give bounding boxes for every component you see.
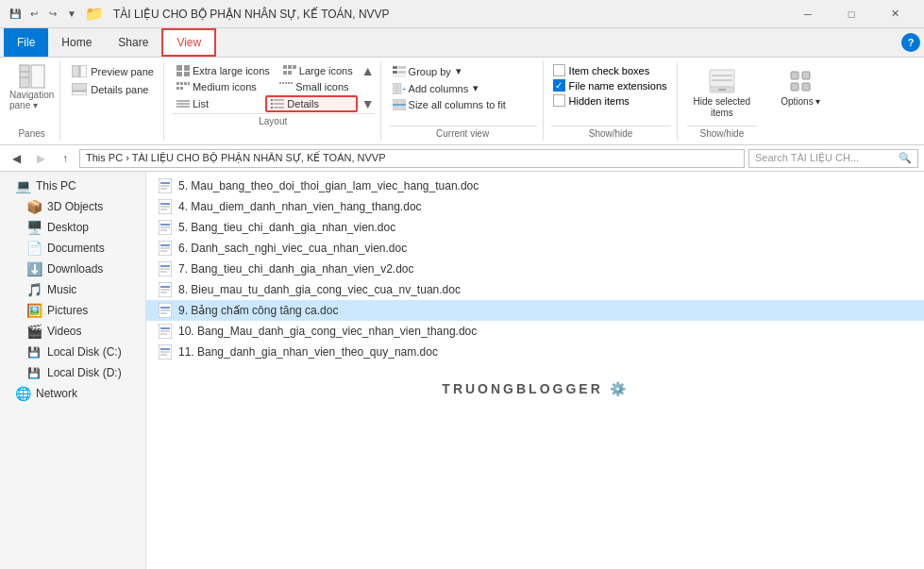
file-name-5: 7. Bang_tieu_chi_danh_gia_nhan_vien_v2.d… — [178, 262, 414, 276]
svg-rect-19 — [184, 82, 187, 85]
tab-share[interactable]: Share — [105, 28, 161, 57]
svg-rect-42 — [393, 83, 396, 94]
size-columns-button[interactable]: Size all columns to fit — [389, 97, 537, 112]
search-box[interactable]: Search TÀI LIỆU CH... 🔍 — [748, 149, 918, 168]
extra-large-icons-button[interactable]: Extra large icons — [172, 63, 275, 78]
local-d-label: Local Disk (D:) — [47, 366, 122, 379]
sidebar-item-downloads[interactable]: ⬇️ Downloads — [0, 259, 145, 279]
tab-view[interactable]: View — [161, 28, 216, 57]
hide-selected-button[interactable]: Hide selected items — [687, 63, 758, 124]
showhide-label2: Show/hide — [687, 126, 758, 139]
svg-rect-57 — [802, 83, 810, 91]
help-icon[interactable]: ? — [901, 33, 920, 52]
svg-rect-15 — [283, 71, 287, 75]
sidebar-item-local-c[interactable]: 💾 Local Disk (C:) — [0, 342, 145, 362]
documents-label: Documents — [47, 242, 105, 255]
options-button[interactable]: Options ▾ — [774, 63, 826, 111]
layout-scroll-up[interactable]: ▲ — [361, 63, 375, 78]
tab-home[interactable]: Home — [48, 28, 105, 57]
medium-icons-button[interactable]: Medium icons — [172, 79, 271, 94]
close-button[interactable]: ✕ — [873, 0, 916, 28]
item-checkboxes-checkbox[interactable] — [553, 64, 565, 76]
maximize-button[interactable]: □ — [830, 0, 873, 28]
file-item[interactable]: 10. Bang_Mau_danh_gia_cong_viec_nhan_vie… — [146, 321, 924, 342]
dropdown-arrow-icon[interactable]: ▼ — [64, 7, 79, 22]
3d-objects-icon: 📦 — [26, 199, 42, 214]
window-title: TÀI LIỆU CHO BỘ PHẬN NHÂN SỰ, KẾ TOÁN, N… — [113, 8, 781, 21]
svg-rect-4 — [72, 65, 79, 77]
file-item-selected[interactable]: 9. Bảng chấm công tăng ca.doc — [146, 300, 924, 321]
small-icons-button[interactable]: Small icons — [275, 79, 374, 94]
desktop-icon: 🖥️ — [26, 220, 42, 235]
svg-rect-38 — [398, 66, 406, 69]
hide-selected-icon — [708, 68, 736, 94]
watermark-emoji: ⚙️ — [610, 381, 629, 396]
redo-icon[interactable]: ↪ — [45, 7, 60, 22]
search-placeholder: Search TÀI LIỆU CH... — [755, 152, 859, 164]
local-c-icon: 💾 — [26, 344, 42, 360]
svg-rect-56 — [791, 83, 798, 91]
svg-rect-39 — [393, 71, 397, 74]
sidebar-item-videos[interactable]: 🎬 Videos — [0, 321, 145, 342]
file-extensions-checkbox[interactable]: ✓ — [553, 79, 565, 92]
sidebar-item-music[interactable]: 🎵 Music — [0, 279, 145, 300]
large-icons-button[interactable]: Large icons — [278, 63, 358, 78]
svg-rect-27 — [291, 82, 293, 84]
doc-icon-3 — [158, 220, 173, 235]
item-checkboxes-item[interactable]: Item check boxes — [551, 63, 671, 77]
search-icon: 🔍 — [899, 152, 912, 164]
tab-file[interactable]: File — [4, 28, 48, 57]
file-item[interactable]: 4. Mau_diem_danh_nhan_vien_hang_thang.do… — [146, 196, 924, 217]
file-item[interactable]: 11. Bang_danh_gia_nhan_vien_theo_quy_nam… — [146, 342, 924, 362]
network-icon: 🌐 — [15, 386, 30, 401]
svg-rect-18 — [180, 82, 183, 85]
sidebar-item-network[interactable]: 🌐 Network — [0, 383, 145, 404]
navigation-pane-button[interactable]: Navigationpane ▾ — [9, 63, 54, 110]
sidebar-item-pictures[interactable]: 🖼️ Pictures — [0, 300, 145, 321]
preview-pane-button[interactable]: Preview pane — [68, 63, 158, 79]
layout-group-label: Layout — [172, 113, 375, 126]
doc-icon-8 — [158, 324, 173, 339]
forward-button[interactable]: ▶ — [30, 148, 51, 169]
sidebar-item-desktop[interactable]: 🖥️ Desktop — [0, 217, 145, 238]
details-button[interactable]: Details — [265, 95, 357, 112]
up-button[interactable]: ↑ — [55, 148, 76, 169]
main-area: 💻 This PC 📦 3D Objects 🖥️ Desktop 📄 Docu… — [0, 172, 924, 569]
sidebar-item-local-d[interactable]: 💾 Local Disk (D:) — [0, 362, 145, 383]
file-item[interactable]: 6. Danh_sach_nghi_viec_cua_nhan_vien.doc — [146, 238, 924, 259]
list-button[interactable]: List — [172, 95, 261, 112]
svg-rect-25 — [285, 82, 287, 84]
sidebar-item-3d-objects[interactable]: 📦 3D Objects — [0, 196, 145, 217]
file-item[interactable]: 5. Mau_bang_theo_doi_thoi_gian_lam_viec_… — [146, 176, 924, 196]
file-name-2: 4. Mau_diem_danh_nhan_vien_hang_thang.do… — [178, 200, 422, 213]
svg-rect-41 — [393, 75, 406, 77]
file-extensions-item[interactable]: ✓ File name extensions — [551, 78, 671, 92]
svg-rect-7 — [72, 92, 87, 95]
hide-selected-label: Hide selected items — [694, 96, 751, 119]
item-checkboxes-label: Item check boxes — [569, 65, 650, 76]
sidebar-item-documents[interactable]: 📄 Documents — [0, 238, 145, 259]
desktop-label: Desktop — [47, 221, 89, 234]
layout-scroll-down[interactable]: ▼ — [361, 95, 375, 112]
save-icon[interactable]: 💾 — [8, 7, 23, 22]
add-columns-label: Add columns — [409, 83, 469, 94]
svg-rect-1 — [31, 65, 44, 88]
svg-rect-32 — [274, 99, 284, 101]
file-item[interactable]: 7. Bang_tieu_chi_danh_gia_nhan_vien_v2.d… — [146, 259, 924, 279]
minimize-button[interactable]: ─ — [786, 0, 830, 28]
file-item[interactable]: 5. Bang_tieu_chi_danh_gia_nhan_vien.doc — [146, 217, 924, 238]
hidden-items-item[interactable]: Hidden items — [551, 93, 671, 108]
layout-group: Extra large icons Large icons ▲ Medium i… — [166, 61, 381, 141]
back-button[interactable]: ◀ — [6, 148, 26, 169]
group-by-button[interactable]: Group by ▾ — [389, 63, 537, 79]
add-columns-button[interactable]: + Add columns ▾ — [389, 80, 537, 96]
layout-row-2: Medium icons Small icons — [172, 79, 375, 94]
watermark-area: TRUONGBLOGGER ⚙️ — [146, 362, 924, 404]
sidebar-item-this-pc[interactable]: 💻 This PC — [0, 176, 145, 196]
undo-icon[interactable]: ↩ — [26, 7, 42, 22]
file-item[interactable]: 8. Bieu_mau_tu_danh_gia_cong_viec_cua_nv… — [146, 279, 924, 300]
details-pane-button[interactable]: Details pane — [68, 81, 158, 97]
address-path[interactable]: This PC › TÀI LIỆU CHO BỘ PHẬN NHÂN SỰ, … — [79, 149, 745, 168]
svg-rect-31 — [271, 99, 273, 101]
hidden-items-checkbox[interactable] — [553, 94, 565, 107]
